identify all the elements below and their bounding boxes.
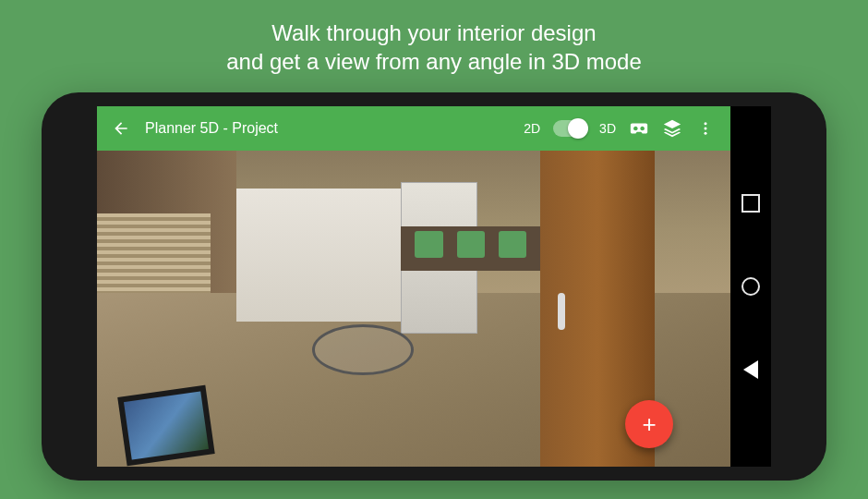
- back-arrow-icon[interactable]: [112, 119, 130, 138]
- promo-subtitle: and get a view from any angle in 3D mode: [0, 47, 868, 76]
- add-button[interactable]: +: [625, 400, 673, 448]
- svg-point-1: [705, 128, 707, 130]
- view-2d-label[interactable]: 2D: [524, 121, 540, 136]
- svg-point-2: [705, 132, 707, 135]
- promo-heading: Walk through your interior design and ge…: [0, 0, 868, 76]
- promo-title: Walk through your interior design: [0, 18, 868, 47]
- svg-point-0: [705, 122, 707, 125]
- cushion: [457, 231, 485, 258]
- view-mode-toggle[interactable]: [553, 120, 586, 137]
- overflow-menu-icon[interactable]: [695, 118, 716, 139]
- cushion: [415, 231, 442, 258]
- picture-frame: [118, 385, 216, 467]
- phone-frame: Planner 5D - Project 2D 3D: [42, 92, 826, 481]
- sofa: [401, 226, 540, 271]
- app-area: Planner 5D - Project 2D 3D: [97, 106, 730, 467]
- vr-headset-icon[interactable]: [629, 118, 649, 139]
- nav-recent-icon[interactable]: [741, 194, 760, 213]
- layers-icon[interactable]: [662, 118, 682, 139]
- view-3d-label[interactable]: 3D: [599, 121, 616, 136]
- app-toolbar: Planner 5D - Project 2D 3D: [97, 106, 730, 151]
- kitchen-cabinets: [236, 189, 414, 322]
- phone-screen: Planner 5D - Project 2D 3D: [97, 106, 771, 467]
- cushion: [499, 231, 526, 258]
- door-handle: [558, 293, 565, 330]
- nav-home-icon[interactable]: [741, 277, 760, 296]
- plus-icon: +: [642, 410, 656, 439]
- app-title: Planner 5D - Project: [145, 120, 509, 137]
- nav-back-icon[interactable]: [743, 360, 758, 379]
- dining-table: [312, 324, 414, 375]
- android-nav-bar: [730, 106, 771, 467]
- toolbar-controls: 2D 3D: [524, 118, 716, 139]
- toggle-knob: [568, 118, 588, 139]
